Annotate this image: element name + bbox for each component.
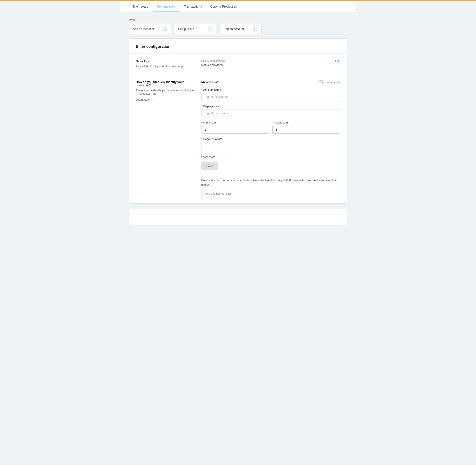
- edit-logo-button[interactable]: Edit: [335, 60, 340, 63]
- todo-item-add-account[interactable]: Add an account: [220, 24, 262, 34]
- displayed-as-label: * Displayed as: [201, 105, 340, 108]
- card-title: Biller configuration: [129, 39, 347, 54]
- logo-meta-label: Link to company logo: [201, 60, 225, 63]
- attribute-name-field: * Attribute name: [201, 88, 340, 101]
- logo-row: Link to company logo Not yet provided Ed…: [201, 60, 340, 67]
- max-length-input[interactable]: [272, 126, 340, 134]
- learn-more-identifier-link[interactable]: Learn more →: [136, 98, 153, 101]
- identifier-left-title: How do you uniquely identify your custom…: [136, 80, 195, 87]
- attribute-name-label: * Attribute name: [201, 88, 340, 92]
- save-button[interactable]: Save: [201, 162, 218, 170]
- todo-item-add-identifier[interactable]: Add an identifier: [129, 24, 171, 34]
- max-length-field: * Max length: [272, 121, 340, 134]
- mandatory-check[interactable]: Is mandatory: [319, 80, 340, 84]
- regex-label: * Regex / Pattern: [201, 137, 340, 141]
- identifier-left-desc: These are the details your customer woul…: [136, 88, 195, 96]
- displayed-as-input[interactable]: [201, 109, 340, 117]
- check-icon: [164, 28, 166, 30]
- biller-logo-section: Biller logo This will be displayed on th…: [129, 54, 347, 74]
- displayed-as-field: * Displayed as: [201, 105, 340, 117]
- identifier-header: Identifier #1 Is mandatory: [201, 80, 340, 84]
- min-length-input[interactable]: [201, 126, 269, 134]
- min-length-field: * Min length: [201, 121, 269, 134]
- section-right-logo: Link to company logo Not yet provided Ed…: [201, 60, 340, 68]
- tab-dashboard[interactable]: Dashboard: [129, 1, 153, 12]
- section-right-identifier: Identifier #1 Is mandatory * A: [201, 80, 340, 198]
- todo-item-label: Setup URLs: [178, 27, 194, 31]
- max-length-label: * Max length: [272, 121, 340, 124]
- tab-transactions[interactable]: Transactions: [180, 1, 206, 12]
- identifier-title: Identifier #1: [201, 80, 219, 84]
- section-left-logo: Biller logo This will be displayed on th…: [136, 60, 195, 68]
- identifier-section: How do you uniquely identify your custom…: [129, 74, 347, 204]
- todo-section: To do Add an identifier Setup URLs: [129, 12, 347, 38]
- required-star: *: [201, 105, 202, 108]
- tab-copy-to-production[interactable]: Copy to Production: [206, 1, 241, 12]
- learn-more-regex-link[interactable]: Learn more →: [201, 155, 219, 159]
- todo-check-setup-urls: [208, 27, 212, 31]
- nav-tabs: Dashboard Configuration Transactions Cop…: [121, 1, 355, 12]
- check-icon: [320, 81, 322, 83]
- biller-logo-desc: This will be displayed on the payer app: [136, 64, 195, 68]
- divider: [201, 174, 340, 174]
- attribute-name-input[interactable]: [201, 93, 340, 101]
- check-icon: [209, 28, 211, 30]
- regex-field: * Regex / Pattern: [201, 137, 340, 150]
- todo-check-add-account: [253, 27, 257, 31]
- required-star: *: [201, 137, 202, 141]
- required-star: *: [272, 121, 274, 124]
- add-another-identifier-button[interactable]: Add another identifier: [201, 190, 235, 197]
- logo-info: Link to company logo Not yet provided: [201, 60, 225, 67]
- bottom-card: [129, 209, 347, 225]
- todo-label: To do: [129, 18, 347, 21]
- todo-item-setup-urls[interactable]: Setup URLs: [174, 24, 216, 34]
- biller-logo-title: Biller logo: [136, 60, 195, 63]
- todo-check-add-identifier: [163, 27, 167, 31]
- min-length-label: * Min length: [201, 121, 269, 124]
- check-icon: [254, 28, 256, 30]
- logo-value: Not yet provided: [201, 63, 225, 67]
- mandatory-label: Is mandatory: [324, 81, 340, 84]
- todo-item-label: Add an account: [223, 27, 244, 31]
- todo-items: Add an identifier Setup URLs Add an acco…: [129, 24, 347, 34]
- length-fields-row: * Min length * Max length: [201, 121, 340, 137]
- mandatory-checkbox-icon: [319, 80, 323, 84]
- required-star: *: [201, 88, 202, 92]
- regex-input[interactable]: [201, 142, 340, 150]
- main-card: Biller configuration Biller logo This wi…: [129, 38, 347, 204]
- section-left-identifier: How do you uniquely identify your custom…: [136, 80, 195, 198]
- multi-identifier-text: Does your customer require multiple iden…: [201, 179, 340, 187]
- todo-item-label: Add an identifier: [133, 27, 154, 31]
- required-star: *: [201, 121, 202, 124]
- tab-configuration[interactable]: Configuration: [153, 1, 180, 12]
